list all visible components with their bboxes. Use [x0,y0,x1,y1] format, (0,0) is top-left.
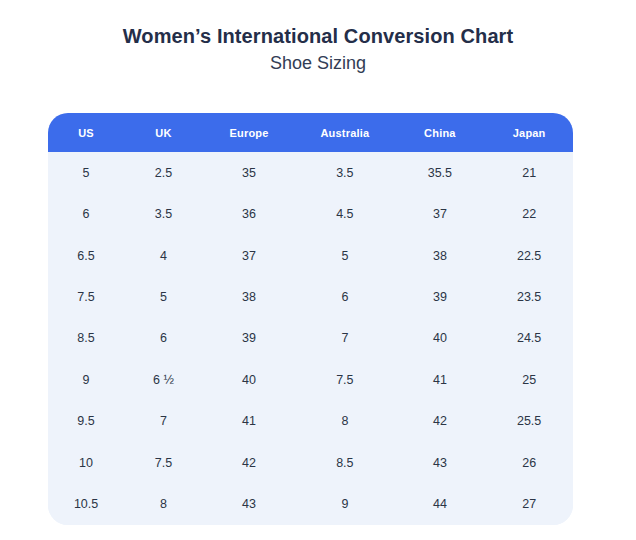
table-cell: 10 [48,442,124,483]
table-cell: 38 [203,276,295,317]
table-cell: 7 [295,318,394,359]
table-cell: 44 [394,484,485,526]
table-row: 8.563974024.5 [48,318,573,359]
table-cell: 7.5 [295,359,394,400]
table-cell: 5 [48,152,124,193]
table-body: 52.5353.535.52163.5364.537226.543753822.… [48,152,573,525]
table-cell: 38 [394,235,485,276]
table-cell: 22 [485,193,573,234]
column-header-australia: Australia [295,113,394,152]
table-cell: 42 [394,401,485,442]
table-cell: 6 ½ [124,359,203,400]
table-cell: 5 [295,235,394,276]
table-cell: 3.5 [295,152,394,193]
table-cell: 25 [485,359,573,400]
table-cell: 41 [394,359,485,400]
table-cell: 4 [124,235,203,276]
table-cell: 40 [203,359,295,400]
table-cell: 24.5 [485,318,573,359]
table-cell: 42 [203,442,295,483]
table-cell: 27 [485,484,573,526]
table-cell: 35 [203,152,295,193]
table-cell: 6 [295,276,394,317]
column-header-japan: Japan [485,113,573,152]
table-cell: 22.5 [485,235,573,276]
table-cell: 5 [124,276,203,317]
table-cell: 6 [48,193,124,234]
table-row: 107.5428.54326 [48,442,573,483]
table-cell: 9.5 [48,401,124,442]
table-row: 96 ½407.54125 [48,359,573,400]
table-cell: 7.5 [48,276,124,317]
table-cell: 43 [394,442,485,483]
table-row: 10.584394427 [48,484,573,526]
table-row: 6.543753822.5 [48,235,573,276]
table-cell: 8.5 [295,442,394,483]
table-cell: 9 [48,359,124,400]
table-cell: 6.5 [48,235,124,276]
table-cell: 6 [124,318,203,359]
table-row: 9.574184225.5 [48,401,573,442]
table-cell: 7 [124,401,203,442]
page: Women’s International Conversion Chart S… [0,0,636,540]
conversion-table-grid: US UK Europe Australia China Japan 52.53… [48,113,573,525]
table-row: 7.553863923.5 [48,276,573,317]
table-cell: 10.5 [48,484,124,526]
table-cell: 39 [203,318,295,359]
table-cell: 25.5 [485,401,573,442]
table-cell: 23.5 [485,276,573,317]
table-cell: 8.5 [48,318,124,359]
table-cell: 7.5 [124,442,203,483]
table-cell: 35.5 [394,152,485,193]
column-header-uk: UK [124,113,203,152]
table-cell: 40 [394,318,485,359]
table-cell: 26 [485,442,573,483]
table-cell: 37 [203,235,295,276]
table-cell: 2.5 [124,152,203,193]
table-cell: 4.5 [295,193,394,234]
table-cell: 36 [203,193,295,234]
table-cell: 9 [295,484,394,526]
page-title: Women’s International Conversion Chart [0,24,636,49]
table-cell: 8 [295,401,394,442]
column-header-europe: Europe [203,113,295,152]
table-cell: 39 [394,276,485,317]
table-cell: 8 [124,484,203,526]
column-header-china: China [394,113,485,152]
conversion-table: US UK Europe Australia China Japan 52.53… [48,113,573,525]
column-header-us: US [48,113,124,152]
table-cell: 3.5 [124,193,203,234]
table-cell: 41 [203,401,295,442]
table-cell: 21 [485,152,573,193]
table-cell: 37 [394,193,485,234]
table-header-row: US UK Europe Australia China Japan [48,113,573,152]
table-row: 52.5353.535.521 [48,152,573,193]
table-row: 63.5364.53722 [48,193,573,234]
chart-heading: Women’s International Conversion Chart S… [0,24,636,75]
page-subtitle: Shoe Sizing [0,52,636,75]
table-cell: 43 [203,484,295,526]
